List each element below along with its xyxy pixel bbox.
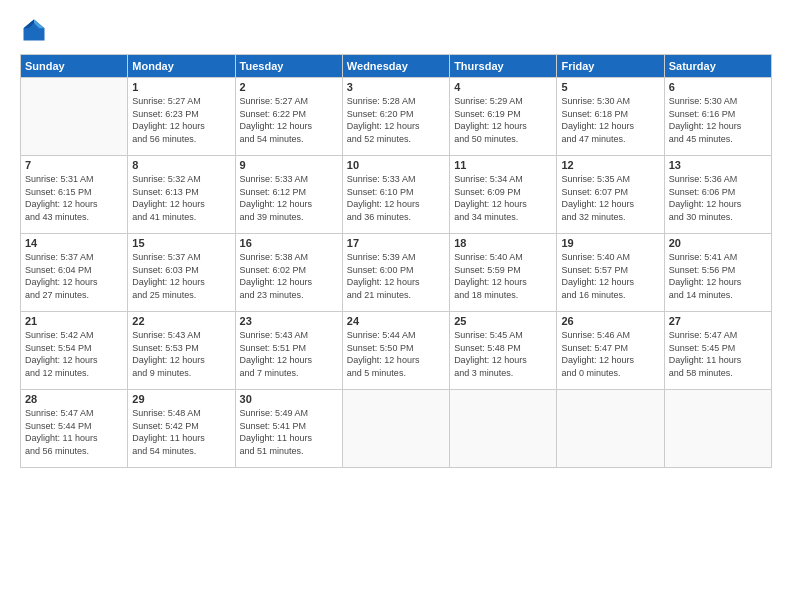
day-number: 11 [454,159,552,171]
day-info: Sunrise: 5:38 AM Sunset: 6:02 PM Dayligh… [240,251,338,301]
day-info: Sunrise: 5:28 AM Sunset: 6:20 PM Dayligh… [347,95,445,145]
weekday-header: Thursday [450,55,557,78]
day-number: 16 [240,237,338,249]
calendar-cell: 8Sunrise: 5:32 AM Sunset: 6:13 PM Daylig… [128,156,235,234]
day-info: Sunrise: 5:47 AM Sunset: 5:44 PM Dayligh… [25,407,123,457]
day-number: 25 [454,315,552,327]
calendar-cell: 21Sunrise: 5:42 AM Sunset: 5:54 PM Dayli… [21,312,128,390]
day-info: Sunrise: 5:43 AM Sunset: 5:51 PM Dayligh… [240,329,338,379]
day-number: 23 [240,315,338,327]
calendar-cell: 22Sunrise: 5:43 AM Sunset: 5:53 PM Dayli… [128,312,235,390]
calendar-cell: 14Sunrise: 5:37 AM Sunset: 6:04 PM Dayli… [21,234,128,312]
calendar-cell: 23Sunrise: 5:43 AM Sunset: 5:51 PM Dayli… [235,312,342,390]
day-number: 3 [347,81,445,93]
page: SundayMondayTuesdayWednesdayThursdayFrid… [0,0,792,612]
day-number: 28 [25,393,123,405]
weekday-header-row: SundayMondayTuesdayWednesdayThursdayFrid… [21,55,772,78]
day-info: Sunrise: 5:27 AM Sunset: 6:22 PM Dayligh… [240,95,338,145]
day-number: 2 [240,81,338,93]
weekday-header: Sunday [21,55,128,78]
day-number: 22 [132,315,230,327]
day-number: 24 [347,315,445,327]
day-info: Sunrise: 5:46 AM Sunset: 5:47 PM Dayligh… [561,329,659,379]
day-number: 29 [132,393,230,405]
day-number: 4 [454,81,552,93]
day-info: Sunrise: 5:41 AM Sunset: 5:56 PM Dayligh… [669,251,767,301]
calendar-cell [21,78,128,156]
weekday-header: Monday [128,55,235,78]
calendar-cell: 13Sunrise: 5:36 AM Sunset: 6:06 PM Dayli… [664,156,771,234]
day-info: Sunrise: 5:30 AM Sunset: 6:18 PM Dayligh… [561,95,659,145]
calendar-cell: 2Sunrise: 5:27 AM Sunset: 6:22 PM Daylig… [235,78,342,156]
calendar-cell: 15Sunrise: 5:37 AM Sunset: 6:03 PM Dayli… [128,234,235,312]
day-number: 14 [25,237,123,249]
day-number: 26 [561,315,659,327]
day-info: Sunrise: 5:40 AM Sunset: 5:57 PM Dayligh… [561,251,659,301]
day-info: Sunrise: 5:43 AM Sunset: 5:53 PM Dayligh… [132,329,230,379]
weekday-header: Wednesday [342,55,449,78]
weekday-header: Tuesday [235,55,342,78]
calendar-cell: 17Sunrise: 5:39 AM Sunset: 6:00 PM Dayli… [342,234,449,312]
calendar-cell [342,390,449,468]
day-number: 21 [25,315,123,327]
calendar-cell: 24Sunrise: 5:44 AM Sunset: 5:50 PM Dayli… [342,312,449,390]
day-number: 30 [240,393,338,405]
calendar-week-row: 21Sunrise: 5:42 AM Sunset: 5:54 PM Dayli… [21,312,772,390]
calendar-week-row: 1Sunrise: 5:27 AM Sunset: 6:23 PM Daylig… [21,78,772,156]
day-info: Sunrise: 5:29 AM Sunset: 6:19 PM Dayligh… [454,95,552,145]
logo-icon [20,16,48,44]
calendar-cell: 27Sunrise: 5:47 AM Sunset: 5:45 PM Dayli… [664,312,771,390]
calendar-cell: 18Sunrise: 5:40 AM Sunset: 5:59 PM Dayli… [450,234,557,312]
day-number: 19 [561,237,659,249]
calendar-week-row: 7Sunrise: 5:31 AM Sunset: 6:15 PM Daylig… [21,156,772,234]
day-info: Sunrise: 5:44 AM Sunset: 5:50 PM Dayligh… [347,329,445,379]
calendar-cell: 26Sunrise: 5:46 AM Sunset: 5:47 PM Dayli… [557,312,664,390]
day-info: Sunrise: 5:33 AM Sunset: 6:12 PM Dayligh… [240,173,338,223]
day-info: Sunrise: 5:45 AM Sunset: 5:48 PM Dayligh… [454,329,552,379]
day-info: Sunrise: 5:49 AM Sunset: 5:41 PM Dayligh… [240,407,338,457]
day-number: 10 [347,159,445,171]
calendar-cell: 28Sunrise: 5:47 AM Sunset: 5:44 PM Dayli… [21,390,128,468]
day-number: 27 [669,315,767,327]
calendar-cell: 3Sunrise: 5:28 AM Sunset: 6:20 PM Daylig… [342,78,449,156]
calendar-cell: 16Sunrise: 5:38 AM Sunset: 6:02 PM Dayli… [235,234,342,312]
calendar-cell: 9Sunrise: 5:33 AM Sunset: 6:12 PM Daylig… [235,156,342,234]
calendar-cell: 7Sunrise: 5:31 AM Sunset: 6:15 PM Daylig… [21,156,128,234]
day-number: 9 [240,159,338,171]
header [20,16,772,44]
day-number: 8 [132,159,230,171]
calendar-cell [664,390,771,468]
day-number: 6 [669,81,767,93]
day-info: Sunrise: 5:27 AM Sunset: 6:23 PM Dayligh… [132,95,230,145]
day-number: 20 [669,237,767,249]
day-info: Sunrise: 5:39 AM Sunset: 6:00 PM Dayligh… [347,251,445,301]
calendar: SundayMondayTuesdayWednesdayThursdayFrid… [20,54,772,468]
calendar-cell: 11Sunrise: 5:34 AM Sunset: 6:09 PM Dayli… [450,156,557,234]
day-number: 1 [132,81,230,93]
day-info: Sunrise: 5:40 AM Sunset: 5:59 PM Dayligh… [454,251,552,301]
calendar-cell: 6Sunrise: 5:30 AM Sunset: 6:16 PM Daylig… [664,78,771,156]
day-number: 17 [347,237,445,249]
day-info: Sunrise: 5:33 AM Sunset: 6:10 PM Dayligh… [347,173,445,223]
day-number: 12 [561,159,659,171]
day-info: Sunrise: 5:35 AM Sunset: 6:07 PM Dayligh… [561,173,659,223]
calendar-cell: 20Sunrise: 5:41 AM Sunset: 5:56 PM Dayli… [664,234,771,312]
day-info: Sunrise: 5:36 AM Sunset: 6:06 PM Dayligh… [669,173,767,223]
calendar-cell [450,390,557,468]
day-number: 7 [25,159,123,171]
day-info: Sunrise: 5:32 AM Sunset: 6:13 PM Dayligh… [132,173,230,223]
calendar-cell: 1Sunrise: 5:27 AM Sunset: 6:23 PM Daylig… [128,78,235,156]
day-number: 5 [561,81,659,93]
calendar-cell: 29Sunrise: 5:48 AM Sunset: 5:42 PM Dayli… [128,390,235,468]
weekday-header: Friday [557,55,664,78]
calendar-cell: 30Sunrise: 5:49 AM Sunset: 5:41 PM Dayli… [235,390,342,468]
calendar-week-row: 14Sunrise: 5:37 AM Sunset: 6:04 PM Dayli… [21,234,772,312]
weekday-header: Saturday [664,55,771,78]
day-info: Sunrise: 5:37 AM Sunset: 6:04 PM Dayligh… [25,251,123,301]
day-info: Sunrise: 5:47 AM Sunset: 5:45 PM Dayligh… [669,329,767,379]
calendar-cell: 10Sunrise: 5:33 AM Sunset: 6:10 PM Dayli… [342,156,449,234]
day-info: Sunrise: 5:37 AM Sunset: 6:03 PM Dayligh… [132,251,230,301]
calendar-cell: 4Sunrise: 5:29 AM Sunset: 6:19 PM Daylig… [450,78,557,156]
day-number: 18 [454,237,552,249]
day-info: Sunrise: 5:48 AM Sunset: 5:42 PM Dayligh… [132,407,230,457]
